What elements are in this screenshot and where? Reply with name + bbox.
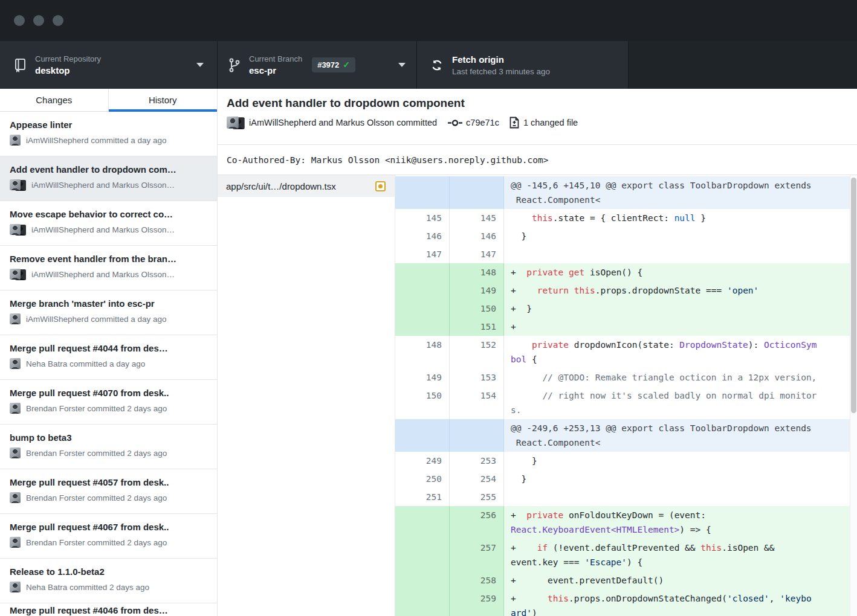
commit-list-byline: iAmWillShepherd committed a day ago — [10, 135, 209, 146]
commit-list-title: Add event handler to dropdown com… — [10, 164, 209, 175]
commit-list-byline: Brendan Forster committed 2 days ago — [10, 537, 209, 548]
commit-list-byline: iAmWillShepherd and Markus Olsson… — [10, 269, 209, 280]
commit-list-title: Merge pull request #4057 from desk.. — [10, 476, 209, 488]
tab-history[interactable]: History — [109, 89, 218, 111]
diff-code-line: + return this.props.dropdownState === 'o… — [504, 281, 850, 300]
avatar — [10, 448, 21, 458]
diff-row: 148+ private get isOpen() { — [395, 263, 850, 281]
commit-list-item[interactable]: Merge pull request #4046 from des… — [0, 603, 217, 616]
git-commit-icon — [448, 118, 462, 127]
avatar — [10, 582, 21, 592]
diff-gutter-new-line-number: 259 — [450, 589, 504, 616]
diff-gutter-old-line-number — [395, 318, 450, 336]
diff-code-line: } — [504, 470, 850, 488]
diff-gutter-old-line-number — [395, 281, 450, 300]
diff-gutter-new-line-number: 153 — [450, 368, 504, 387]
sync-icon — [430, 57, 444, 73]
diff-code-line: // right now it's scaled badly on normal… — [504, 387, 850, 419]
file-list-item[interactable]: app/src/ui/t…/dropdown.tsx — [218, 175, 395, 197]
commit-list-item[interactable]: Remove event handler from the bran…iAmWi… — [0, 246, 217, 290]
commit-list-item[interactable]: Merge branch 'master' into esc-priAmWill… — [0, 290, 217, 335]
chevron-down-icon — [196, 63, 204, 67]
commit-list-item[interactable]: Merge pull request #4044 from des…Neha B… — [0, 335, 217, 380]
diff-row: @@ -249,6 +253,13 @@ export class Toolba… — [395, 419, 850, 452]
commit-list-item[interactable]: Add event handler to dropdown com…iAmWil… — [0, 156, 217, 201]
commit-list-byline: iAmWillShepherd and Markus Olsson… — [10, 179, 209, 191]
avatar — [10, 269, 21, 280]
diff-code-line: @@ -145,6 +145,10 @@ export class Toolba… — [504, 176, 850, 209]
branch-name: esc-pr — [249, 65, 302, 76]
avatar — [10, 224, 21, 235]
diff-gutter-old-line-number: 146 — [395, 227, 450, 245]
current-repository-button[interactable]: Current Repository desktop — [0, 41, 218, 89]
diff-scrollbar-thumb[interactable] — [851, 178, 856, 413]
diff-gutter-new-line-number: 149 — [450, 281, 504, 300]
diff-gutter-old-line-number — [395, 506, 450, 539]
diff-gutter-new-line-number: 154 — [450, 387, 504, 419]
diff-view: @@ -145,6 +145,10 @@ export class Toolba… — [395, 175, 857, 616]
commit-list-title: Merge pull request #4046 from des… — [10, 605, 209, 616]
diff-code-line: // @TODO: Remake triangle octicon in a 1… — [504, 368, 850, 387]
commit-list-byline-text: iAmWillShepherd committed a day ago — [26, 136, 167, 145]
fetch-origin-button[interactable]: Fetch origin Last fetched 3 minutes ago — [417, 41, 629, 89]
fetch-label: Fetch origin — [452, 54, 550, 65]
diff-gutter-old-line-number: 249 — [395, 452, 450, 470]
window-close-button[interactable] — [14, 15, 25, 26]
diff-gutter-new-line-number: 254 — [450, 470, 504, 488]
avatar — [227, 117, 239, 129]
diff-row: 258+ event.preventDefault() — [395, 571, 850, 589]
window-zoom-button[interactable] — [53, 15, 63, 26]
commit-list-item[interactable]: Merge pull request #4070 from desk..Bren… — [0, 380, 217, 425]
diff-code-line: + private onFoldoutKeyDown = (event: Rea… — [504, 506, 850, 539]
avatar — [10, 179, 21, 190]
commit-list-item[interactable]: Merge pull request #4057 from desk..Bren… — [0, 469, 217, 514]
diff-row: 146146 } — [395, 227, 850, 245]
commit-list-item[interactable]: Appease linteriAmWillShepherd committed … — [0, 112, 217, 156]
diff-gutter-old-line-number — [395, 571, 450, 589]
pull-request-badge: #3972 ✓ — [312, 57, 355, 72]
commit-list-item[interactable]: Merge pull request #4067 from desk..Bren… — [0, 514, 217, 559]
commit-list-title: Merge branch 'master' into esc-pr — [10, 298, 209, 309]
diff-row: 149+ return this.props.dropdownState ===… — [395, 281, 850, 300]
commit-list-title: Remove event handler from the bran… — [10, 253, 209, 265]
commit-list-byline-text: iAmWillShepherd committed a day ago — [26, 315, 167, 324]
diff-gutter-old-line-number: 149 — [395, 368, 450, 387]
diff-gutter-new-line-number: 148 — [450, 263, 504, 281]
window-minimize-button[interactable] — [33, 15, 44, 26]
diff-row: 251255 — [395, 488, 850, 506]
diff-gutter-new-line-number: 256 — [450, 506, 504, 539]
commit-list-item[interactable]: Move escape behavior to correct co…iAmWi… — [0, 201, 217, 246]
repo-icon — [13, 57, 27, 73]
diff-code-line: + private get isOpen() { — [504, 263, 850, 281]
commit-detail-pane: Add event handler to dropdown component … — [218, 89, 857, 616]
check-icon: ✓ — [343, 60, 350, 69]
diff-row: 150154 // right now it's scaled badly on… — [395, 387, 850, 419]
diff-row: 148152 private dropdownIcon(state: Dropd… — [395, 336, 850, 368]
toolbar-empty-area — [629, 41, 857, 89]
diff-code-line: + this.props.onDropdownStateChanged('clo… — [504, 589, 850, 616]
commit-list-item[interactable]: Release to 1.1.0-beta2Neha Batra committ… — [0, 559, 217, 603]
commit-list-byline-text: Brendan Forster committed 2 days ago — [26, 404, 167, 413]
current-branch-button[interactable]: Current Branch esc-pr #3972 ✓ — [218, 41, 417, 89]
committer-avatars — [10, 179, 26, 191]
diff-gutter-new-line-number: 147 — [450, 245, 504, 263]
toolbar: Current Repository desktop Current Branc… — [0, 41, 857, 89]
commit-list-byline: iAmWillShepherd and Markus Olsson… — [10, 224, 209, 236]
commit-list-title: Merge pull request #4070 from desk.. — [10, 387, 209, 399]
commit-list-byline: Brendan Forster committed 2 days ago — [10, 492, 209, 503]
commit-list-title: Appease linter — [10, 119, 209, 130]
diff-row: 256+ private onFoldoutKeyDown = (event: … — [395, 506, 850, 539]
commit-list-byline-text: iAmWillShepherd and Markus Olsson… — [31, 181, 175, 190]
commit-list-byline-text: iAmWillShepherd and Markus Olsson… — [31, 270, 175, 279]
changed-files-count: 1 changed file — [523, 118, 578, 127]
commit-list-title: Move escape behavior to correct co… — [10, 208, 209, 220]
git-branch-icon — [228, 57, 241, 73]
commit-list-byline: Neha Batra committed a day ago — [10, 358, 209, 369]
tab-changes[interactable]: Changes — [0, 89, 109, 111]
commit-history-list: Appease linteriAmWillShepherd committed … — [0, 112, 217, 616]
commit-list-byline: Neha Batra committed 2 days ago — [10, 582, 209, 592]
diff-code-line: private dropdownIcon(state: DropdownStat… — [504, 336, 850, 368]
diff-row: 259+ this.props.onDropdownStateChanged('… — [395, 589, 850, 616]
diff-gutter-new-line-number: 146 — [450, 227, 504, 245]
commit-list-item[interactable]: bump to beta3Brendan Forster committed 2… — [0, 425, 217, 469]
